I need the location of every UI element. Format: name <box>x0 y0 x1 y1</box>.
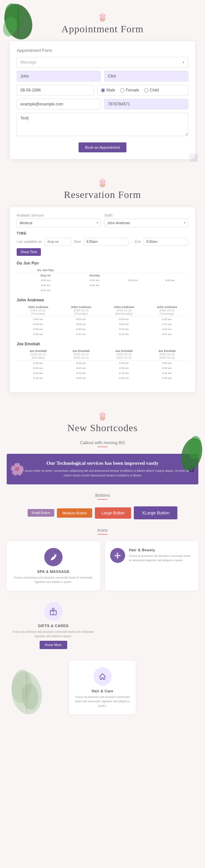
svg-point-15 <box>100 184 105 186</box>
time-slot[interactable]: 8:30 am <box>61 372 101 375</box>
gender-child[interactable]: Child <box>144 88 159 92</box>
time-slot[interactable]: 8:00 am <box>61 318 101 321</box>
service-select[interactable]: Massage <box>17 57 188 67</box>
time-slot[interactable]: 8:42 am <box>61 333 101 336</box>
time-slot[interactable]: 8:30 am <box>104 328 144 331</box>
time-slot[interactable]: 8:00 am <box>76 279 113 282</box>
form-card-title: Appointment Form <box>17 48 188 53</box>
spa-text: Fusce at premium est duraclur commodo la… <box>12 576 95 584</box>
time-slot[interactable]: 8:00 am <box>61 367 101 370</box>
phone-input[interactable] <box>104 99 188 110</box>
time-slot[interactable]: 8:12 am <box>147 323 187 326</box>
time-slot[interactable]: 8:30 am <box>18 328 58 331</box>
lotus-decoration-3 <box>96 409 109 421</box>
day-input[interactable] <box>45 238 71 246</box>
time-slot[interactable]: 8:30 am <box>147 372 187 375</box>
cal-cell <box>115 273 151 278</box>
time-slot[interactable]: 8:00 am <box>18 284 73 287</box>
time-slot[interactable]: 8:00 am <box>18 289 73 292</box>
time-slot[interactable]: 8:00 am <box>104 318 144 321</box>
service-select-wrap: Medical ▼ <box>17 219 101 227</box>
time-slot[interactable]: 8:00 am <box>76 284 113 287</box>
book-appointment-button[interactable]: Book an Appointment <box>79 143 127 152</box>
time-slot[interactable]: 8:00 am <box>116 279 150 282</box>
know-more-button[interactable]: Know More <box>39 641 67 649</box>
reservation-section-title: Reservation Form <box>7 189 198 200</box>
first-name-input[interactable] <box>17 71 101 82</box>
provider-johnandrews: John Andrews <box>17 298 188 303</box>
dob-input[interactable] <box>17 85 94 95</box>
xlarge-button[interactable]: XLarge Button <box>134 506 177 519</box>
time-slot[interactable]: 8:00 am <box>153 279 187 282</box>
time-slot[interactable]: 8:00 am <box>18 318 58 321</box>
time-slot[interactable]: 8:30 am <box>104 372 144 375</box>
home-icon <box>98 673 107 681</box>
service-arrow-icon: ▼ <box>96 221 99 224</box>
service-field-group: Available Services Medical ▼ <box>17 214 101 227</box>
medium-button[interactable]: Medium Button <box>57 508 92 518</box>
gender-female[interactable]: Female <box>120 88 139 92</box>
end-dash: - <box>131 240 132 244</box>
show-time-button[interactable]: Show Time <box>17 248 41 256</box>
service-label: Available Services <box>17 214 101 217</box>
time-slot[interactable]: 8:00 am <box>104 362 144 365</box>
svg-line-34 <box>22 686 27 693</box>
callout-divider <box>97 446 108 447</box>
appointment-title-area: Appointment Form <box>7 10 198 35</box>
hair-care-card: Hair & Care Fusce at premium est duraclu… <box>69 661 136 714</box>
time-slot[interactable]: 8:00 am <box>18 279 73 282</box>
time-slot[interactable]: 8:45 am <box>147 377 187 380</box>
spa-massage-card: SPA & MASSAGE Fusce at premium est durac… <box>7 541 100 591</box>
time-slot[interactable]: 8:30 am <box>18 372 58 375</box>
buttons-subtitle: Buttons <box>7 493 198 498</box>
hair-beauty-text-area: Hair & Beauty Fusce at premium est durac… <box>129 548 194 562</box>
time-slot[interactable]: 8:00 am <box>104 367 144 370</box>
cal-cell: Monday <box>75 273 115 278</box>
time-slot[interactable]: 8:30 am <box>61 328 101 331</box>
last-name-input[interactable] <box>104 71 188 82</box>
staff-arrow-icon: ▼ <box>183 221 186 224</box>
time-slot[interactable]: 8:00 am <box>147 362 187 365</box>
svg-point-23 <box>100 417 105 420</box>
time-slot[interactable]: 8:00 am <box>147 367 187 370</box>
cal-header <box>75 268 115 273</box>
time-slot[interactable]: 8:00 am <box>18 362 58 365</box>
time-slot[interactable]: 8:30 am <box>147 328 187 331</box>
hair-beauty-text: Fusce at premium est duraclur commodo la… <box>129 554 194 562</box>
leaf-decoration-bottom <box>7 666 47 721</box>
time-slot[interactable]: 8:02 am <box>104 323 144 326</box>
end-time-select[interactable]: 8:00am <box>143 238 188 246</box>
appointment-section-title: Appointment Form <box>7 23 198 35</box>
hair-care-icon-circle <box>93 668 112 686</box>
large-button[interactable]: Large Button <box>95 507 131 519</box>
small-button[interactable]: Small Button <box>28 509 55 517</box>
end-time-wrap: 8:00am <box>143 238 188 246</box>
time-slot[interactable]: 8:45 am <box>61 377 101 380</box>
staff-dropdown[interactable]: John Andrews <box>104 219 188 227</box>
time-slot[interactable]: 8:00 am <box>18 367 58 370</box>
icons-divider <box>97 534 108 535</box>
time-slot[interactable]: 8:00 am <box>18 323 58 326</box>
appointment-form-card: Appointment Form Massage ▼ Male Female <box>10 41 195 159</box>
spa-icon-circle <box>44 548 63 566</box>
hair-beauty-card: Hair & Beauty Fusce at premium est durac… <box>105 541 199 591</box>
time-slot[interactable]: 8:00 am <box>61 362 101 365</box>
service-dropdown[interactable]: Medical <box>17 219 101 227</box>
start-time-select[interactable]: 8:00am <box>84 238 128 246</box>
email-phone-row <box>17 99 188 110</box>
gujunpyo-calendar: Gu Jun Pyo drop-on Monday 8:00 am 8:00 a… <box>17 268 188 293</box>
time-slot[interactable]: 8:40 am <box>18 333 58 336</box>
gender-male[interactable]: Male <box>101 88 115 92</box>
email-input[interactable] <box>17 99 101 110</box>
time-slot[interactable]: 8:42 am <box>147 333 187 336</box>
time-slot[interactable]: 8:00 am <box>147 318 187 321</box>
time-slot[interactable]: 8:00 am <box>61 323 101 326</box>
callout-title: Our Technological services has been impr… <box>13 460 192 466</box>
time-slot[interactable]: 8:45 am <box>104 377 144 380</box>
svg-point-25 <box>117 552 118 555</box>
message-textarea[interactable]: Text| <box>17 113 188 136</box>
time-slot[interactable]: 8:42 am <box>104 333 144 336</box>
hair-beauty-title: Hair & Beauty <box>129 548 194 552</box>
shortcodes-title-area: New Shortcodes <box>7 409 198 434</box>
time-slot[interactable]: 8:45 am <box>18 377 58 380</box>
